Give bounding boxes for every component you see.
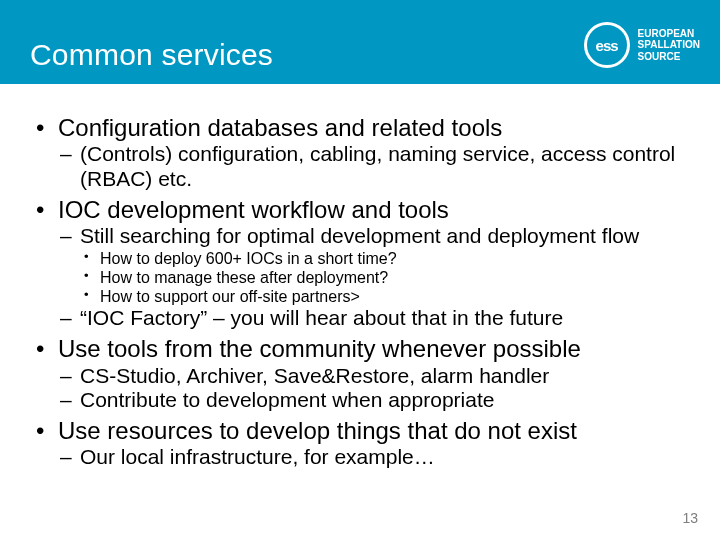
list-item: IOC development workflow and tools Still… (58, 196, 690, 331)
sub-list: Our local infrastructure, for example… (58, 445, 690, 470)
list-item: Our local infrastructure, for example… (80, 445, 690, 470)
list-item: How to deploy 600+ IOCs in a short time? (100, 249, 690, 268)
list-item: (Controls) configuration, cabling, namin… (80, 142, 690, 192)
list-item: CS-Studio, Archiver, Save&Restore, alarm… (80, 364, 690, 389)
bullet-list: Configuration databases and related tool… (30, 114, 690, 470)
slide-title: Common services (30, 38, 273, 72)
logo-text-line: SOURCE (638, 51, 700, 63)
sub-list: CS-Studio, Archiver, Save&Restore, alarm… (58, 364, 690, 414)
bullet-text: (Controls) configuration, cabling, namin… (80, 142, 675, 190)
list-item: How to manage these after deployment? (100, 268, 690, 287)
bullet-text: Use tools from the community whenever po… (58, 335, 581, 362)
ess-logo: ess EUROPEAN SPALLATION SOURCE (584, 22, 700, 68)
logo-text: EUROPEAN SPALLATION SOURCE (638, 28, 700, 63)
bullet-text: How to manage these after deployment? (100, 269, 388, 286)
sub-list: Still searching for optimal development … (58, 224, 690, 331)
list-item: Use tools from the community whenever po… (58, 335, 690, 413)
bullet-text: Use resources to develop things that do … (58, 417, 577, 444)
list-item: How to support our off-site partners> (100, 287, 690, 306)
slide-body: Configuration databases and related tool… (0, 84, 720, 470)
list-item: Configuration databases and related tool… (58, 114, 690, 192)
bullet-text: Contribute to development when appropria… (80, 388, 494, 411)
sub-sub-list: How to deploy 600+ IOCs in a short time?… (80, 249, 690, 307)
title-bar: Common services ess EUROPEAN SPALLATION … (0, 0, 720, 84)
bullet-text: How to deploy 600+ IOCs in a short time? (100, 250, 397, 267)
bullet-text: Configuration databases and related tool… (58, 114, 502, 141)
page-number: 13 (682, 510, 698, 526)
list-item: Contribute to development when appropria… (80, 388, 690, 413)
bullet-text: “IOC Factory” – you will hear about that… (80, 306, 563, 329)
slide: Common services ess EUROPEAN SPALLATION … (0, 0, 720, 540)
bullet-text: Our local infrastructure, for example… (80, 445, 435, 468)
bullet-text: IOC development workflow and tools (58, 196, 449, 223)
logo-text-line: SPALLATION (638, 39, 700, 51)
bullet-text: CS-Studio, Archiver, Save&Restore, alarm… (80, 364, 549, 387)
list-item: Still searching for optimal development … (80, 224, 690, 306)
bullet-text: Still searching for optimal development … (80, 224, 639, 247)
sub-list: (Controls) configuration, cabling, namin… (58, 142, 690, 192)
list-item: “IOC Factory” – you will hear about that… (80, 306, 690, 331)
list-item: Use resources to develop things that do … (58, 417, 690, 470)
logo-abbrev: ess (596, 37, 618, 54)
logo-text-line: EUROPEAN (638, 28, 700, 40)
bullet-text: How to support our off-site partners> (100, 288, 360, 305)
logo-circle-icon: ess (584, 22, 630, 68)
